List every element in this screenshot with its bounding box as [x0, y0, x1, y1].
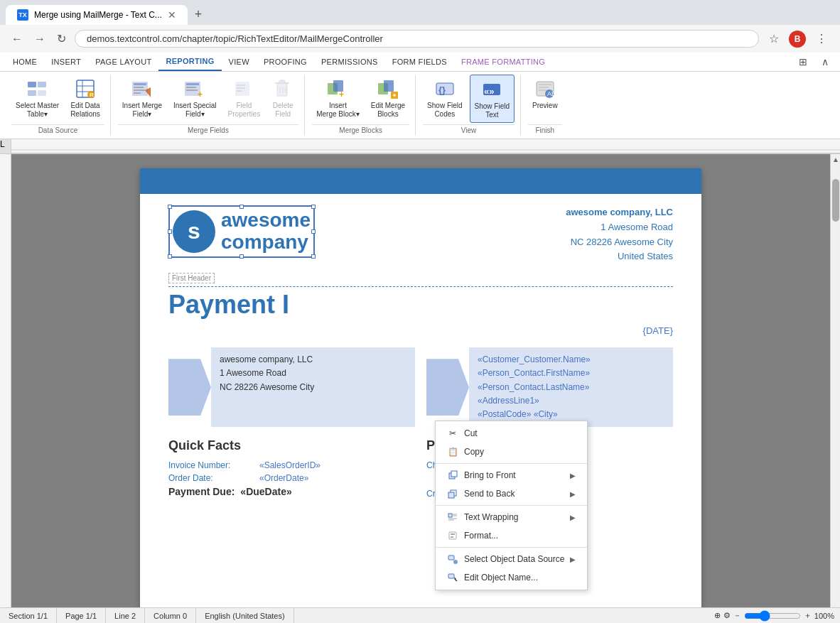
scrollbar-vertical[interactable]: ▲ ▼ — [830, 154, 840, 623]
ctx-cut[interactable]: ✂ Cut — [436, 424, 587, 443]
tab-view[interactable]: VIEW — [222, 53, 257, 70]
order-label: Order Date: — [168, 473, 254, 483]
tab-reporting[interactable]: REPORTING — [158, 53, 221, 71]
editor-container: s awesome company awesome company, LLC 1… — [0, 154, 840, 623]
first-header-section: First Header Payment I — [168, 273, 673, 320]
ruler-horizontal — [11, 139, 840, 153]
resize-handle-br[interactable] — [311, 254, 316, 259]
tab-form-fields[interactable]: FORM FIELDS — [385, 53, 454, 70]
ctx-copy-label: Copy — [464, 447, 484, 457]
tab-frame-formatting[interactable]: FRAME FORMATTING — [454, 53, 552, 70]
svg-rect-65 — [448, 574, 454, 578]
scrollbar-thumb[interactable] — [832, 179, 839, 222]
scroll-up-arrow[interactable]: ▲ — [831, 154, 840, 165]
edit-data-relations-button[interactable]: R Edit DataRelations — [66, 75, 104, 121]
zoom-fit-icon[interactable]: ⊕ — [714, 611, 721, 620]
from-address2: NC 28226 Awesome City — [220, 381, 406, 394]
ctx-select-object-data-source[interactable]: Select Object Data Source ▶ — [436, 550, 587, 568]
tab-page-layout[interactable]: PAGE LAYOUT — [88, 53, 158, 70]
logo-area[interactable]: s awesome company — [168, 205, 315, 258]
editor-scroll[interactable]: s awesome company awesome company, LLC 1… — [11, 154, 830, 623]
ctx-send-to-back[interactable]: Send to Back ▶ — [436, 484, 587, 503]
to-arrow-wrapper — [426, 347, 469, 427]
insert-merge-field-button[interactable]: Insert MergeField▾ — [118, 75, 166, 121]
ctx-copy[interactable]: 📋 Copy — [436, 443, 587, 461]
address-bar: ← → ↻ ☆ B ⋮ — [0, 25, 840, 53]
zoom-plus-button[interactable]: ＋ — [804, 610, 812, 621]
ctx-edit-object-name[interactable]: Edit Object Name... — [436, 568, 587, 587]
zoom-minus-button[interactable]: － — [733, 610, 741, 621]
forward-button[interactable]: → — [31, 30, 48, 48]
ribbon-group-view: {} Show FieldCodes «» Show FieldText Vie… — [417, 75, 521, 136]
ribbon-group-data-source: Select MasterTable▾ R Edit DataRelations… — [6, 75, 111, 136]
svg-rect-11 — [134, 83, 146, 85]
company-info: awesome company, LLC 1 Awesome Road NC 2… — [566, 205, 673, 264]
ctx-bring-to-front[interactable]: Bring to Front ▶ — [436, 466, 587, 484]
address-input[interactable] — [75, 30, 759, 48]
insert-merge-block-button[interactable]: + InsertMerge Block▾ — [312, 75, 364, 121]
delete-field-icon — [271, 77, 294, 100]
resize-handle-bl[interactable] — [168, 254, 172, 259]
select-master-table-button[interactable]: Select MasterTable▾ — [11, 75, 63, 121]
back-button[interactable]: ← — [9, 30, 26, 48]
bring-to-front-icon — [447, 470, 458, 481]
resize-handle-mr[interactable] — [311, 229, 316, 234]
tab-home[interactable]: HOME — [6, 53, 44, 70]
merge-blocks-group-label: Merge Blocks — [312, 124, 409, 136]
svg-text:+: + — [339, 90, 344, 99]
date-field: {DATE} — [168, 325, 673, 336]
select-master-table-icon — [26, 77, 49, 100]
from-arrow-wrapper — [168, 347, 211, 427]
tab-permissions[interactable]: PERMISSIONS — [314, 53, 385, 70]
field-properties-button[interactable]: FieldProperties — [224, 75, 265, 121]
insert-special-field-button[interactable]: + Insert SpecialField▾ — [169, 75, 221, 121]
resize-handle-tl[interactable] — [168, 205, 172, 209]
edit-merge-blocks-icon — [377, 77, 399, 100]
active-tab[interactable]: TX Merge using MailMerge - Text C... ✕ — [6, 5, 188, 25]
browser-chrome: TX Merge using MailMerge - Text C... ✕ +… — [0, 0, 840, 53]
send-to-back-icon — [447, 488, 458, 499]
bookmark-icon[interactable]: ☆ — [765, 29, 783, 48]
svg-text:«»: «» — [484, 86, 494, 97]
resize-handle-ml[interactable] — [168, 229, 172, 234]
resize-handle-bm[interactable] — [239, 254, 244, 259]
edit-merge-blocks-button[interactable]: Edit MergeBlocks — [367, 75, 409, 121]
ctx-text-wrapping[interactable]: Text Wrapping ▶ — [436, 508, 587, 526]
ctx-select-object-data-source-label: Select Object Data Source — [464, 554, 564, 564]
new-tab-button[interactable]: + — [189, 4, 208, 25]
view-group-label: View — [423, 124, 515, 136]
logo-letter: s — [188, 218, 200, 244]
svg-rect-55 — [448, 514, 452, 517]
company-address1: 1 Awesome Road — [566, 220, 673, 235]
svg-rect-1 — [38, 82, 46, 87]
quick-facts-box: Quick Facts Invoice Number: «SalesOrderI… — [168, 438, 415, 500]
show-field-codes-button[interactable]: {} Show FieldCodes — [423, 75, 466, 121]
ribbon-layout-icon[interactable]: ⊞ — [793, 53, 813, 70]
insert-merge-field-label: Insert MergeField▾ — [122, 102, 162, 119]
tab-proofing[interactable]: PROOFING — [257, 53, 314, 70]
zoom-slider[interactable] — [744, 610, 801, 622]
menu-icon[interactable]: ⋮ — [812, 29, 831, 48]
ctx-format[interactable]: Format... — [436, 526, 587, 545]
insert-merge-block-label: InsertMerge Block▾ — [316, 102, 360, 119]
reload-button[interactable]: ↻ — [54, 29, 69, 48]
insert-special-field-label: Insert SpecialField▾ — [173, 102, 217, 119]
zoom-settings-icon[interactable]: ⚙ — [723, 611, 731, 620]
status-bar: Section 1/1 Page 1/1 Line 2 Column 0 Eng… — [0, 607, 840, 623]
preview-button[interactable]: ABC Preview — [528, 75, 562, 112]
resize-handle-tm[interactable] — [239, 205, 244, 209]
status-line: Line 2 — [106, 608, 145, 623]
edit-data-relations-label: Edit DataRelations — [70, 102, 100, 119]
company-header: s awesome company awesome company, LLC 1… — [168, 194, 673, 270]
resize-handle-tr[interactable] — [311, 205, 316, 209]
close-tab-button[interactable]: ✕ — [168, 9, 176, 21]
tab-insert[interactable]: INSERT — [44, 53, 88, 70]
to-address: «Customer_Customer.Name» «Person_Contact… — [469, 347, 673, 427]
show-field-text-button[interactable]: «» Show FieldText — [470, 75, 515, 123]
ribbon-collapse-icon[interactable]: ∧ — [816, 53, 834, 70]
cut-icon: ✂ — [447, 428, 458, 439]
delete-field-button[interactable]: DeleteField — [267, 75, 298, 121]
svg-rect-18 — [186, 87, 196, 88]
address-section: awesome company, LLC 1 Awesome Road NC 2… — [168, 347, 673, 427]
svg-rect-35 — [384, 80, 394, 92]
